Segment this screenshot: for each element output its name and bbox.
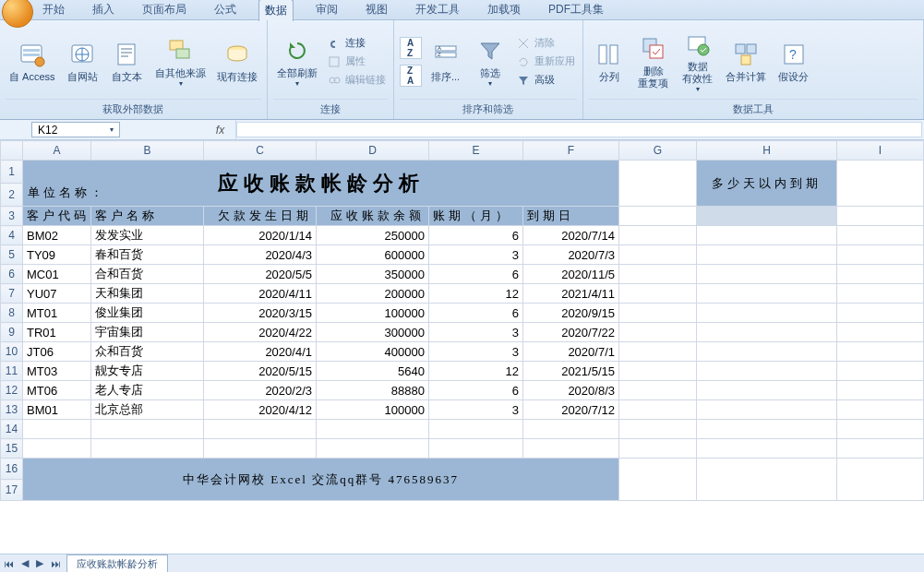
row-header[interactable]: 2 <box>1 184 23 207</box>
cell-amount[interactable]: 200000 <box>317 284 429 304</box>
tab-nav-next[interactable]: ▶ <box>32 557 47 569</box>
cell-due[interactable]: 2021/4/11 <box>523 284 619 304</box>
cell-name[interactable]: 春和百货 <box>91 245 204 265</box>
col-F[interactable]: F <box>523 141 619 161</box>
cell-amount[interactable]: 600000 <box>317 245 429 265</box>
cell-amount[interactable]: 250000 <box>317 226 429 245</box>
cell-code[interactable]: MT01 <box>23 304 91 323</box>
cell-amount[interactable]: 350000 <box>317 265 429 284</box>
cell-due[interactable]: 2021/5/15 <box>523 362 619 381</box>
tab-view[interactable]: 视图 <box>360 0 393 20</box>
select-all-button[interactable] <box>1 141 23 161</box>
cell-date[interactable]: 2020/4/11 <box>204 284 317 304</box>
row-header[interactable]: 4 <box>1 226 23 245</box>
col-H[interactable]: H <box>697 141 837 161</box>
cell-name[interactable]: 老人专店 <box>91 381 204 400</box>
table-row[interactable]: 11MT03靓女专店2020/5/155640122021/5/15 <box>1 362 924 381</box>
table-row[interactable]: 8MT01俊业集团2020/3/1510000062020/9/15 <box>1 304 924 323</box>
tab-layout[interactable]: 页面布局 <box>137 0 192 20</box>
cell-name[interactable]: 宇宙集团 <box>91 323 204 342</box>
column-headers[interactable]: A B C D E F G H I <box>1 141 924 161</box>
cell-code[interactable]: TR01 <box>23 323 91 342</box>
cell-name[interactable]: 靓女专店 <box>91 362 204 381</box>
edit-links-button[interactable]: 编辑链接 <box>325 72 388 89</box>
tab-insert[interactable]: 插入 <box>87 0 120 20</box>
cell-term[interactable]: 3 <box>429 323 523 342</box>
col-B[interactable]: B <box>91 141 204 161</box>
cell-name[interactable]: 众和百货 <box>91 342 204 362</box>
cell-code[interactable]: BM01 <box>23 400 91 420</box>
col-A[interactable]: A <box>23 141 91 161</box>
h3-cell[interactable] <box>697 207 837 226</box>
remove-duplicates-button[interactable]: 删除重复项 <box>633 32 674 91</box>
col-C[interactable]: C <box>204 141 317 161</box>
cell-term[interactable]: 12 <box>429 284 523 304</box>
row-header[interactable]: 8 <box>1 304 23 323</box>
tab-addin[interactable]: 加载项 <box>482 0 526 20</box>
hdr-date[interactable]: 欠款发生日期 <box>204 207 317 226</box>
existing-conn-button[interactable]: 现有连接 <box>213 38 261 85</box>
tab-start[interactable]: 开始 <box>37 0 70 20</box>
table-row[interactable]: 12MT06老人专店2020/2/38888062020/8/3 <box>1 381 924 400</box>
table-row[interactable]: 6MC01合和百货2020/5/535000062020/11/5 <box>1 265 924 284</box>
hdr-term[interactable]: 账期（月） <box>429 207 523 226</box>
cell-code[interactable]: BM02 <box>23 226 91 245</box>
cell-term[interactable]: 6 <box>429 304 523 323</box>
table-row[interactable]: 9TR01宇宙集团2020/4/2230000032020/7/22 <box>1 323 924 342</box>
cell-name[interactable]: 北京总部 <box>91 400 204 420</box>
row-header[interactable]: 10 <box>1 342 23 362</box>
row-14[interactable]: 14 <box>1 420 924 439</box>
cell-due[interactable]: 2020/7/1 <box>523 342 619 362</box>
cell-due[interactable]: 2020/11/5 <box>523 265 619 284</box>
advanced-button[interactable]: 高级 <box>514 72 577 89</box>
cell-code[interactable]: MC01 <box>23 265 91 284</box>
cell-name[interactable]: 天和集团 <box>91 284 204 304</box>
cell-code[interactable]: MT06 <box>23 381 91 400</box>
cell-term[interactable]: 12 <box>429 362 523 381</box>
from-web-button[interactable]: 自网站 <box>63 38 103 85</box>
whatif-button[interactable]: ? 假设分 <box>774 38 814 85</box>
row-3[interactable]: 3 客户代码 客户名称 欠款发生日期 应收账款余额 账期（月） 到期日 <box>1 207 924 226</box>
h-label-cell[interactable]: 多少天以内到期 <box>697 161 837 207</box>
sort-asc-button[interactable]: AZ <box>400 37 422 59</box>
row-header[interactable]: 16 <box>1 459 23 480</box>
cell-term[interactable]: 6 <box>429 265 523 284</box>
clear-button[interactable]: 清除 <box>514 35 577 52</box>
title-cell[interactable]: 应收账款帐龄分析 <box>23 161 619 207</box>
row-1[interactable]: 1 应收账款帐龄分析 多少天以内到期 <box>1 161 924 184</box>
cell-due[interactable]: 2020/7/3 <box>523 245 619 265</box>
cell-amount[interactable]: 300000 <box>317 323 429 342</box>
cell-code[interactable]: TY09 <box>23 245 91 265</box>
col-E[interactable]: E <box>429 141 523 161</box>
table-row[interactable]: 13BM01北京总部2020/4/1210000032020/7/12 <box>1 400 924 420</box>
cell-amount[interactable]: 400000 <box>317 342 429 362</box>
row-header[interactable]: 17 <box>1 480 23 501</box>
cell-date[interactable]: 2020/4/22 <box>204 323 317 342</box>
cell-name[interactable]: 合和百货 <box>91 265 204 284</box>
from-other-button[interactable]: 自其他来源▾ <box>151 34 210 89</box>
hdr-amount[interactable]: 应收账款余额 <box>317 207 429 226</box>
cell-due[interactable]: 2020/8/3 <box>523 381 619 400</box>
cell-date[interactable]: 2020/4/3 <box>204 245 317 265</box>
hdr-code[interactable]: 客户代码 <box>23 207 91 226</box>
table-row[interactable]: 5TY09春和百货2020/4/360000032020/7/3 <box>1 245 924 265</box>
cell-date[interactable]: 2020/1/14 <box>204 226 317 245</box>
fx-icon[interactable]: fx <box>205 120 236 139</box>
formula-input[interactable] <box>236 122 922 137</box>
row-header[interactable]: 9 <box>1 323 23 342</box>
properties-button[interactable]: 属性 <box>325 54 388 70</box>
row-header[interactable]: 13 <box>1 400 23 420</box>
cell-date[interactable]: 2020/2/3 <box>204 381 317 400</box>
refresh-all-button[interactable]: 全部刷新▾ <box>273 34 321 89</box>
row-15[interactable]: 15 <box>1 439 924 459</box>
cell-due[interactable]: 2020/9/15 <box>523 304 619 323</box>
data-validation-button[interactable]: 数据有效性▾ <box>678 28 718 95</box>
cell-name[interactable]: 俊业集团 <box>91 304 204 323</box>
row-header[interactable]: 3 <box>1 207 23 226</box>
row-header[interactable]: 6 <box>1 265 23 284</box>
table-row[interactable]: 7YU07天和集团2020/4/11200000122021/4/11 <box>1 284 924 304</box>
tab-formula[interactable]: 公式 <box>209 0 242 20</box>
text-to-columns-button[interactable]: 分列 <box>589 38 630 85</box>
hdr-due[interactable]: 到期日 <box>523 207 619 226</box>
cell-due[interactable]: 2020/7/14 <box>523 226 619 245</box>
